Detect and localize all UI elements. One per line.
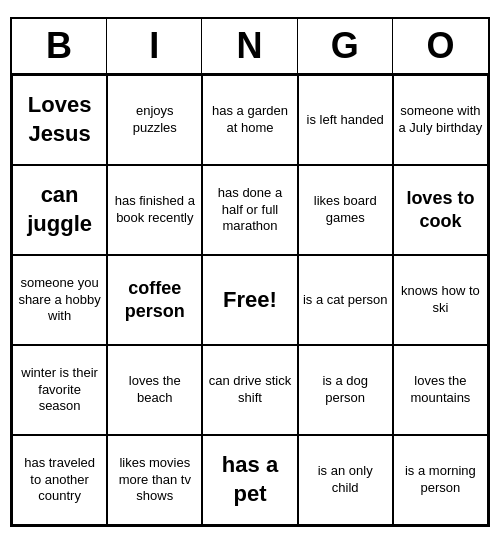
header-letter: B [12, 19, 107, 73]
bingo-cell: has done a half or full marathon [202, 165, 297, 255]
bingo-cell: has a garden at home [202, 75, 297, 165]
bingo-cell: is a cat person [298, 255, 393, 345]
bingo-cell: likes board games [298, 165, 393, 255]
bingo-cell: loves the beach [107, 345, 202, 435]
bingo-grid: Loves Jesusenjoys puzzleshas a garden at… [12, 75, 488, 525]
bingo-cell: knows how to ski [393, 255, 488, 345]
bingo-cell: coffee person [107, 255, 202, 345]
bingo-cell: someone with a July birthday [393, 75, 488, 165]
bingo-cell: winter is their favorite season [12, 345, 107, 435]
bingo-cell: Free! [202, 255, 297, 345]
bingo-cell: someone you share a hobby with [12, 255, 107, 345]
bingo-cell: has a pet [202, 435, 297, 525]
bingo-cell: is left handed [298, 75, 393, 165]
header-letter: I [107, 19, 202, 73]
header-letter: G [298, 19, 393, 73]
bingo-cell: is a morning person [393, 435, 488, 525]
bingo-cell: Loves Jesus [12, 75, 107, 165]
bingo-header: BINGO [12, 19, 488, 75]
header-letter: O [393, 19, 488, 73]
bingo-cell: is a dog person [298, 345, 393, 435]
header-letter: N [202, 19, 297, 73]
bingo-cell: is an only child [298, 435, 393, 525]
bingo-cell: can juggle [12, 165, 107, 255]
bingo-cell: has finished a book recently [107, 165, 202, 255]
bingo-cell: loves the mountains [393, 345, 488, 435]
bingo-cell: can drive stick shift [202, 345, 297, 435]
bingo-cell: loves to cook [393, 165, 488, 255]
bingo-cell: likes movies more than tv shows [107, 435, 202, 525]
bingo-card: BINGO Loves Jesusenjoys puzzleshas a gar… [10, 17, 490, 527]
bingo-cell: enjoys puzzles [107, 75, 202, 165]
bingo-cell: has traveled to another country [12, 435, 107, 525]
